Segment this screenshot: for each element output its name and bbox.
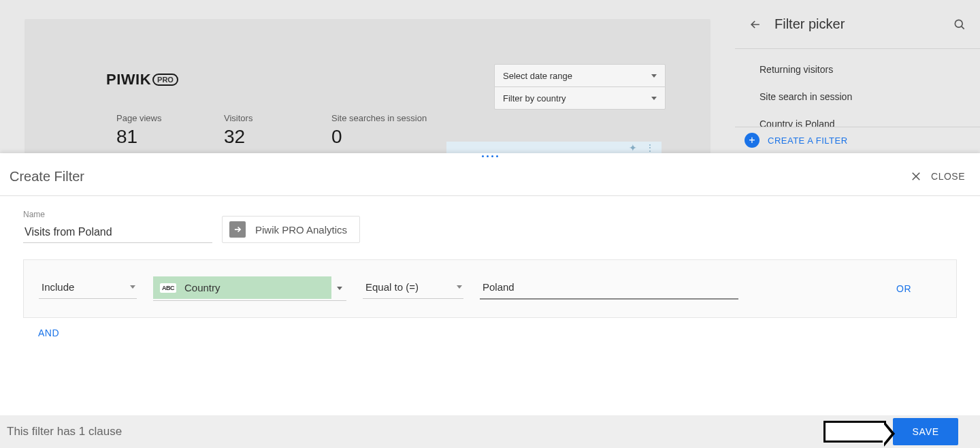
name-label: Name [23,210,212,219]
stat-value: 0 [331,126,427,148]
dimension-chip: ABC Country [153,276,331,299]
and-button[interactable]: AND [23,318,59,338]
dashboard-card: PIWIK PRO Select date range Filter by co… [24,19,710,155]
operator-dropdown[interactable]: Equal to (=) [363,278,463,299]
or-button[interactable]: OR [896,283,941,294]
sidebar-header: Filter picker [735,0,980,49]
close-label: CLOSE [931,171,965,182]
plus-icon: + [745,133,760,148]
stat-value: 81 [116,126,187,148]
chevron-down-icon [130,285,135,289]
hint-strip: ✦ ⋮ [446,142,662,153]
name-row: Name Piwik PRO Analytics [23,210,957,243]
name-input[interactable] [23,223,212,243]
sidebar-list: Returning visitors Site search in sessio… [735,49,980,127]
sidebar-item-site-search[interactable]: Site search in session [754,83,980,110]
logo-pill: PRO [152,74,178,86]
stat-label: Site searches in session [331,113,427,123]
name-field-wrap: Name [23,210,212,243]
include-dropdown[interactable]: Include [39,278,137,299]
condition-left: Include ABC Country Equal to (=) [39,276,738,301]
save-button[interactable]: SAVE [893,418,958,445]
source-label: Piwik PRO Analytics [255,224,347,236]
dimension-dropdown[interactable]: ABC Country [153,276,346,301]
logo-text: PIWIK [106,71,151,89]
chevron-down-icon [457,285,462,289]
sidebar-item-country-poland[interactable]: Country is Poland [754,110,980,127]
dashboard-controls: Select date range Filter by country [494,64,666,109]
stat-label: Visitors [224,113,295,123]
value-input[interactable] [480,278,738,300]
panel-header: Create Filter CLOSE [0,161,980,196]
stat-value: 32 [224,126,295,148]
sidebar-item-returning-visitors[interactable]: Returning visitors [754,56,980,83]
back-arrow-icon[interactable] [747,16,764,33]
date-range-select[interactable]: Select date range [494,64,666,87]
include-label: Include [42,281,74,293]
panel-footer: This filter has 1 clause SAVE [0,415,980,448]
svg-point-0 [955,20,962,27]
dashboard: PIWIK PRO Select date range Filter by co… [0,0,735,155]
create-filter-row[interactable]: + CREATE A FILTER [735,127,980,153]
stat-label: Page views [116,113,187,123]
dimension-label: Country [184,282,220,293]
stat-visitors: Visitors 32 [224,113,295,148]
filter-picker-sidebar: Filter picker Returning visitors Site se… [735,0,980,153]
condition-box: Include ABC Country Equal to (=) OR [23,259,957,318]
create-filter-panel: Create Filter CLOSE Name Piwik PRO Analy… [0,153,980,448]
chevron-down-icon [651,97,657,100]
footer-right: SAVE [823,418,958,445]
footer-status: This filter has 1 clause [7,425,122,438]
search-icon[interactable] [951,16,968,33]
more-icon[interactable]: ⋮ [645,142,655,153]
close-icon [908,168,924,185]
country-filter-label: Filter by country [503,93,566,103]
drag-handle-icon[interactable] [0,153,980,161]
chevron-down-icon [651,74,657,78]
date-range-label: Select date range [503,71,572,81]
stat-page-views: Page views 81 [116,113,187,148]
stat-site-searches: Site searches in session 0 [331,113,427,148]
panel-title: Create Filter [10,169,84,185]
abc-badge: ABC [160,283,176,293]
annotation-arrow [823,421,886,443]
operator-label: Equal to (=) [365,281,419,293]
source-chip[interactable]: Piwik PRO Analytics [222,216,360,243]
stats-row: Page views 81 Visitors 32 Site searches … [116,113,427,148]
logo: PIWIK PRO [106,71,178,89]
country-select[interactable]: Filter by country [494,86,666,110]
create-filter-label: CREATE A FILTER [768,135,848,146]
panel-body: Name Piwik PRO Analytics Include ABC [0,196,980,415]
wand-icon[interactable]: ✦ [629,142,637,153]
arrow-right-icon [229,221,246,238]
close-button[interactable]: CLOSE [908,168,965,185]
filter-picker-title: Filter picker [774,16,941,32]
chevron-down-icon [337,287,342,290]
